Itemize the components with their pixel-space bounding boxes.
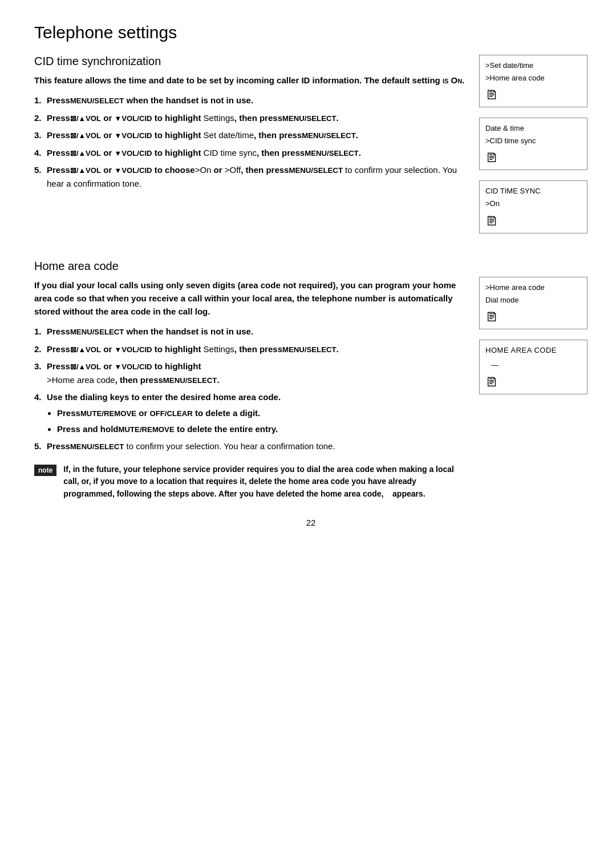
home-box1-icon: 🖹 (485, 310, 581, 325)
cid-box1-icon: 🖹 (485, 88, 581, 103)
cid-sidebar: >Set date/time >Home area code 🖹 Date & … (479, 55, 587, 244)
cid-box2-line1: Date & time (485, 122, 581, 135)
home-box2-line2: — (485, 359, 581, 372)
home-step-2: 2. Press⊠/▲VOL or ▼VOL/CID to highlight … (34, 342, 465, 356)
cid-display-box-1: >Set date/time >Home area code 🖹 (479, 55, 587, 107)
page-number: 22 (34, 518, 587, 527)
cid-step-2: 2. Press⊠/▲VOL or ▼VOL/CID to highlight … (34, 111, 465, 124)
home-step-5: 5. PressMENU/SELECT to confirm your sele… (34, 439, 465, 453)
cid-section: CID time synchronization This feature al… (34, 55, 587, 244)
home-display-box-2: HOME AREA CODE — 🖹 (479, 340, 587, 394)
cid-box2-line2: >CID time sync (485, 135, 581, 147)
cid-steps: 1. PressMENU/SELECT when the handset is … (34, 94, 465, 190)
cid-title: CID time synchronization (34, 55, 465, 68)
home-steps: 1. PressMENU/SELECT when the handset is … (34, 325, 465, 453)
home-title: Home area code (34, 260, 465, 273)
home-step-3: 3. Press⊠/▲VOL or ▼VOL/CID to highlight … (34, 360, 465, 386)
note-text: If, in the future, your telephone servic… (63, 463, 465, 501)
home-box2-icon: 🖹 (485, 375, 581, 390)
cid-box1-line1: >Set date/time (485, 59, 581, 72)
cid-box1-line2: >Home area code (485, 72, 581, 84)
cid-display-box-2: Date & time >CID time sync 🖹 (479, 118, 587, 170)
page-title: Telephone settings (34, 23, 587, 42)
cid-intro: This feature allows the time and date to… (34, 74, 465, 87)
home-intro: If you dial your local calls using only … (34, 279, 465, 318)
note-box: note If, in the future, your telephone s… (34, 463, 465, 501)
cid-display-box-3: CID TIME SYNC >On 🖹 (479, 180, 587, 233)
cid-step-4: 4. Press⊠/▲VOL or ▼VOL/CID to highlight … (34, 146, 465, 159)
cid-step-5: 5. Press⊠/▲VOL or ▼VOL/CID to choose>On … (34, 163, 465, 190)
home-step-4: 4. Use the dialing keys to enter the des… (34, 390, 465, 435)
home-substep-1: PressMUTE/REMOVE or OFF/CLEAR to delete … (57, 406, 465, 420)
cid-box2-icon: 🖹 (485, 151, 581, 166)
home-sidebar: >Home area code Dial mode 🖹 HOME AREA CO… (479, 260, 587, 501)
cid-step-1: 1. PressMENU/SELECT when the handset is … (34, 94, 465, 107)
cid-step-3: 3. Press⊠/▲VOL or ▼VOL/CID to highlight … (34, 128, 465, 142)
home-box1-line2: Dial mode (485, 294, 581, 307)
note-label: note (34, 465, 56, 476)
home-box1-line1: >Home area code (485, 281, 581, 294)
cid-box3-line1: CID TIME SYNC (485, 185, 581, 197)
home-content: Home area code If you dial your local ca… (34, 260, 465, 501)
home-step-1: 1. PressMENU/SELECT when the handset is … (34, 325, 465, 338)
home-step-4-sub: PressMUTE/REMOVE or OFF/CLEAR to delete … (47, 406, 465, 435)
cid-box3-line2: >On (485, 197, 581, 210)
home-box2-line1: HOME AREA CODE (485, 344, 581, 357)
home-section: Home area code If you dial your local ca… (34, 260, 587, 501)
cid-box3-icon: 🖹 (485, 214, 581, 229)
home-display-box-1: >Home area code Dial mode 🖹 (479, 277, 587, 329)
home-substep-2: Press and holdMUTE/REMOVE to delete the … (57, 422, 465, 435)
cid-content: CID time synchronization This feature al… (34, 55, 465, 244)
